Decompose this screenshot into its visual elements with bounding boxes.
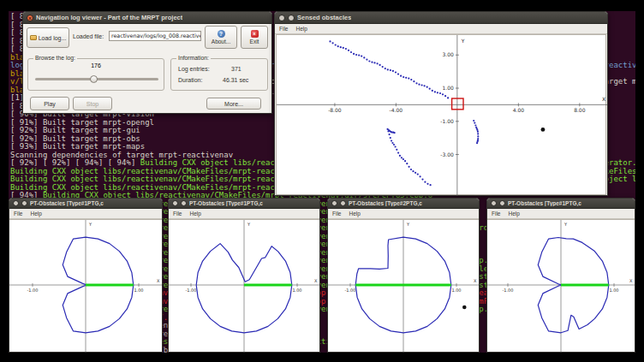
menu-item-file[interactable]: File bbox=[279, 26, 288, 32]
sensed-plot-svg: -8.00-4.004.008.003.001.00-1.00-3.00XY bbox=[277, 35, 607, 196]
pt-plot-canvas[interactable]: -1.001.00XY bbox=[9, 219, 162, 352]
window-control-icon[interactable] bbox=[21, 200, 27, 206]
tick-label: -1.00 bbox=[186, 288, 197, 293]
robot-footprint-rect bbox=[452, 98, 463, 110]
y-axis-label: Y bbox=[88, 222, 92, 227]
tick-label: -1.00 bbox=[440, 118, 454, 124]
more-button[interactable]: More... bbox=[206, 98, 261, 110]
window-title: Navigation log viewer - Part of the MRPT… bbox=[36, 14, 182, 21]
window-control-icon[interactable] bbox=[331, 200, 337, 206]
menu-item-file[interactable]: File bbox=[332, 211, 341, 217]
obstacle-points bbox=[329, 40, 479, 186]
window-title: PT-Obstacles [Type#1PTG,c bbox=[30, 200, 104, 206]
tick-label: -4.00 bbox=[390, 107, 403, 113]
browse-group-label: Browse the log: bbox=[33, 55, 77, 61]
menubar: FileHelp bbox=[9, 209, 162, 219]
window-control-icon[interactable] bbox=[340, 200, 346, 206]
titlebar[interactable]: Sensed obstacles bbox=[275, 12, 607, 24]
tick-label: 1.00 bbox=[134, 288, 143, 293]
obstacle-dot bbox=[541, 128, 546, 132]
browse-group: Browse the log: 176 bbox=[27, 58, 164, 91]
y-axis-label: Y bbox=[461, 38, 465, 44]
x-axis-label: X bbox=[314, 278, 318, 283]
titlebar[interactable]: PT-Obstacles [Type#1PTG,c bbox=[487, 199, 635, 209]
menu-item-help[interactable]: Help bbox=[189, 211, 200, 217]
log-entries-value: 371 bbox=[231, 66, 242, 72]
x-axis-label: X bbox=[602, 96, 605, 102]
stop-button[interactable]: Stop bbox=[73, 97, 112, 110]
tick-label: 8.00 bbox=[574, 107, 586, 113]
about-button[interactable]: ? About... bbox=[205, 26, 237, 49]
pt-plot-svg: -1.001.00XY bbox=[9, 220, 162, 353]
x-axis-label: X bbox=[474, 278, 477, 283]
window-control-icon[interactable] bbox=[491, 200, 497, 206]
pt-plot-svg: -1.001.00XY bbox=[328, 220, 479, 353]
menubar: FileHelp bbox=[328, 209, 479, 219]
window-control-icon[interactable] bbox=[172, 200, 178, 206]
titlebar[interactable]: PT-Obstacles [Type#1PTG,c bbox=[9, 199, 162, 209]
sensed-plot-canvas[interactable]: -8.00-4.004.008.003.001.00-1.00-3.00XY bbox=[276, 34, 606, 195]
load-log-button[interactable]: Load log... bbox=[27, 27, 69, 48]
pt-plot-canvas[interactable]: -1.001.00XY bbox=[328, 219, 479, 352]
menu-item-file[interactable]: File bbox=[173, 211, 182, 217]
window-control-icon[interactable] bbox=[278, 15, 285, 21]
obstacle-dot bbox=[462, 306, 467, 310]
info-icon: ? bbox=[218, 30, 225, 38]
menubar: FileHelp bbox=[169, 209, 319, 219]
menu-item-help[interactable]: Help bbox=[295, 26, 307, 32]
menu-item-help[interactable]: Help bbox=[349, 211, 360, 217]
menubar: File Help bbox=[275, 24, 607, 34]
window-control-icon[interactable] bbox=[288, 15, 295, 21]
window-control-icon[interactable] bbox=[181, 200, 187, 206]
exit-button[interactable]: x Exit bbox=[241, 26, 268, 49]
menu-item-file[interactable]: File bbox=[492, 211, 500, 217]
tick-label: 3.00 bbox=[443, 51, 455, 57]
sensed-obstacles-window: Sensed obstacles File Help -8.00-4.004.0… bbox=[274, 11, 608, 196]
pt-obstacles-window: PT-Obstacles [Type#1PTG,cFileHelp-1.001.… bbox=[9, 198, 163, 353]
y-axis-label: Y bbox=[247, 222, 251, 227]
titlebar[interactable]: PT-Obstacles [Type#2PTG,c bbox=[328, 199, 479, 209]
tick-label: 1.00 bbox=[451, 288, 461, 293]
window-control-icon[interactable] bbox=[13, 200, 19, 206]
titlebar[interactable]: x Navigation log viewer - Part of the MR… bbox=[23, 12, 271, 24]
nav-log-viewer-window: x Navigation log viewer - Part of the MR… bbox=[22, 11, 272, 114]
duration-value: 46.31 sec bbox=[223, 77, 248, 83]
y-axis-label: Y bbox=[406, 222, 410, 227]
pt-obstacles-window: PT-Obstacles [Type#1PTG,cFileHelp-1.001.… bbox=[168, 198, 320, 353]
pt-obstacles-window: PT-Obstacles [Type#2PTG,cFileHelp-1.001.… bbox=[327, 198, 480, 353]
menu-item-help[interactable]: Help bbox=[30, 211, 41, 217]
loaded-file-label: Loaded file: bbox=[73, 33, 104, 39]
log-entries-label: Log entries: bbox=[178, 66, 210, 72]
menu-item-help[interactable]: Help bbox=[508, 211, 519, 217]
pt-plot-canvas[interactable]: -1.001.00XY bbox=[487, 219, 635, 352]
menu-item-file[interactable]: File bbox=[14, 211, 22, 217]
pt-plot-svg: -1.001.00XY bbox=[487, 220, 635, 353]
titlebar[interactable]: PT-Obstacles [Type#1PTG,c bbox=[169, 199, 319, 209]
window-control-icon[interactable] bbox=[499, 200, 505, 206]
tick-label: 4.00 bbox=[513, 107, 525, 113]
window-title: PT-Obstacles [Type#1PTG,c bbox=[508, 200, 581, 206]
window-title: PT-Obstacles [Type#2PTG,c bbox=[349, 200, 422, 206]
menubar: FileHelp bbox=[487, 209, 635, 219]
slider-handle[interactable] bbox=[90, 75, 98, 83]
window-title: PT-Obstacles [Type#1PTG,c bbox=[189, 200, 263, 206]
pt-plot-canvas[interactable]: -1.001.00XY bbox=[169, 219, 319, 352]
tick-label: -1.00 bbox=[345, 288, 356, 293]
tick-label: -3.00 bbox=[440, 151, 454, 157]
tick-label: 1.00 bbox=[609, 288, 618, 293]
info-group-label: Information: bbox=[176, 55, 211, 61]
close-icon[interactable]: x bbox=[27, 15, 33, 21]
folder-icon bbox=[30, 35, 37, 40]
pt-plot-svg: -1.001.00XY bbox=[169, 220, 319, 353]
exit-icon: x bbox=[251, 30, 259, 38]
loaded-file-input[interactable]: reactivenav/logs/log_008.reactivenavlog bbox=[109, 31, 201, 41]
slider-value: 176 bbox=[28, 62, 164, 68]
tick-label: 1.00 bbox=[292, 288, 301, 293]
window-title: Sensed obstacles bbox=[297, 14, 351, 21]
tick-label: -1.00 bbox=[27, 288, 39, 293]
desktop: [ 83%] Built target mrpt-base[ 84%] Buil… bbox=[0, 0, 644, 362]
info-group: Information: Log entries: 371 Duration: … bbox=[170, 58, 268, 91]
tick-label: 1.00 bbox=[443, 85, 455, 91]
y-axis-label: Y bbox=[564, 222, 568, 227]
play-button[interactable]: Play bbox=[30, 97, 69, 110]
